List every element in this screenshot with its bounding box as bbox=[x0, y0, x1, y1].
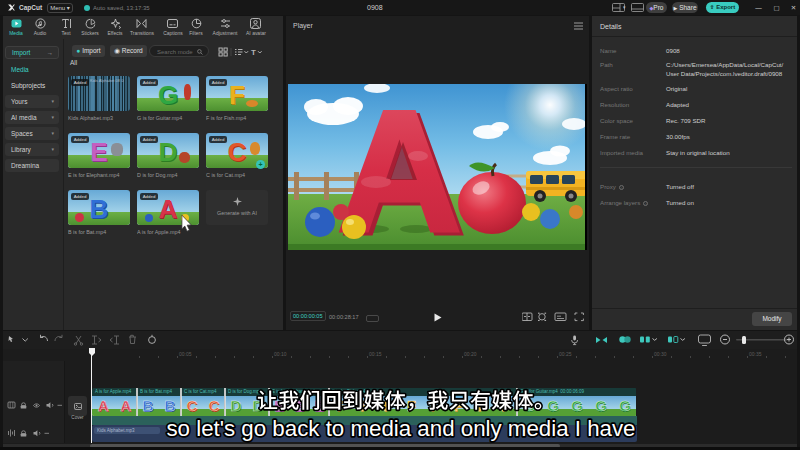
svg-text:T: T bbox=[251, 48, 256, 57]
